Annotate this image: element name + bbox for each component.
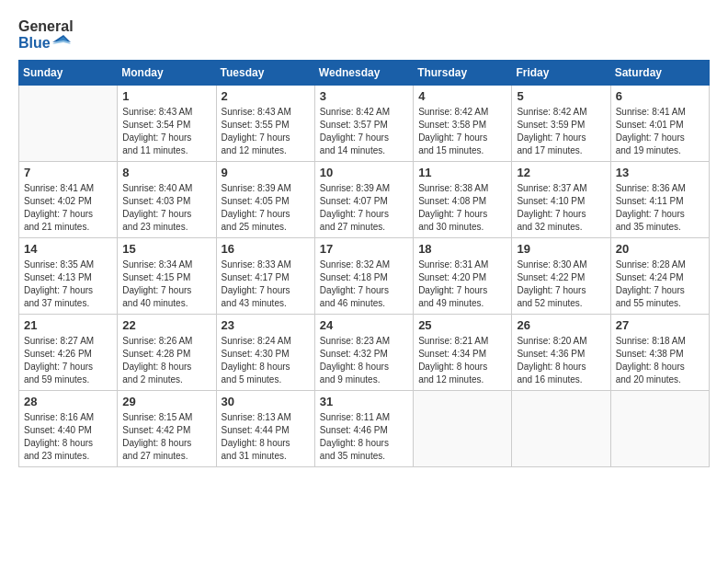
day-detail: Sunrise: 8:24 AMSunset: 4:30 PMDaylight:…	[222, 335, 310, 386]
calendar-cell: 17Sunrise: 8:32 AMSunset: 4:18 PMDayligh…	[314, 238, 413, 315]
calendar-week-row: 7Sunrise: 8:41 AMSunset: 4:02 PMDaylight…	[19, 162, 710, 238]
calendar-week-row: 28Sunrise: 8:16 AMSunset: 4:40 PMDayligh…	[19, 391, 710, 467]
day-detail: Sunrise: 8:15 AMSunset: 4:42 PMDaylight:…	[122, 411, 210, 463]
calendar-cell: 18Sunrise: 8:31 AMSunset: 4:20 PMDayligh…	[414, 238, 512, 315]
day-detail: Sunrise: 8:35 AMSunset: 4:13 PMDaylight:…	[24, 259, 112, 310]
calendar-cell: 4Sunrise: 8:42 AMSunset: 3:58 PMDaylight…	[414, 86, 512, 162]
day-number: 19	[517, 242, 605, 256]
day-of-week-header: Saturday	[610, 61, 709, 86]
calendar-cell	[414, 391, 512, 467]
calendar-week-row: 1Sunrise: 8:43 AMSunset: 3:54 PMDaylight…	[19, 86, 710, 162]
day-number: 27	[616, 318, 704, 332]
calendar-cell: 16Sunrise: 8:33 AMSunset: 4:17 PMDayligh…	[216, 238, 314, 315]
day-detail: Sunrise: 8:13 AMSunset: 4:44 PMDaylight:…	[222, 411, 310, 463]
day-of-week-header: Tuesday	[216, 61, 314, 86]
day-number: 15	[122, 242, 210, 256]
calendar-cell	[610, 391, 709, 467]
day-number: 24	[320, 318, 408, 332]
day-number: 21	[24, 318, 112, 332]
day-detail: Sunrise: 8:16 AMSunset: 4:40 PMDaylight:…	[24, 411, 112, 463]
calendar-cell	[19, 86, 118, 162]
page-header: General Blue	[18, 18, 710, 51]
day-detail: Sunrise: 8:37 AMSunset: 4:10 PMDaylight:…	[517, 182, 605, 234]
day-detail: Sunrise: 8:38 AMSunset: 4:08 PMDaylight:…	[418, 182, 506, 234]
day-of-week-header: Wednesday	[314, 61, 413, 86]
logo-blue: Blue	[18, 35, 74, 52]
day-detail: Sunrise: 8:36 AMSunset: 4:11 PMDaylight:…	[616, 182, 704, 234]
day-detail: Sunrise: 8:42 AMSunset: 3:57 PMDaylight:…	[320, 106, 408, 157]
day-detail: Sunrise: 8:42 AMSunset: 3:58 PMDaylight:…	[418, 106, 506, 157]
calendar-header-row: SundayMondayTuesdayWednesdayThursdayFrid…	[19, 61, 710, 86]
day-number: 23	[222, 318, 310, 332]
logo-general: General	[18, 18, 74, 35]
calendar-cell: 29Sunrise: 8:15 AMSunset: 4:42 PMDayligh…	[118, 391, 216, 467]
calendar-cell: 2Sunrise: 8:43 AMSunset: 3:55 PMDaylight…	[216, 86, 314, 162]
calendar-cell: 19Sunrise: 8:30 AMSunset: 4:22 PMDayligh…	[512, 238, 610, 315]
calendar-cell: 28Sunrise: 8:16 AMSunset: 4:40 PMDayligh…	[19, 391, 118, 467]
calendar-cell: 5Sunrise: 8:42 AMSunset: 3:59 PMDaylight…	[512, 86, 610, 162]
day-detail: Sunrise: 8:42 AMSunset: 3:59 PMDaylight:…	[517, 106, 605, 157]
day-detail: Sunrise: 8:43 AMSunset: 3:54 PMDaylight:…	[122, 106, 210, 157]
day-of-week-header: Friday	[512, 61, 610, 86]
calendar-week-row: 21Sunrise: 8:27 AMSunset: 4:26 PMDayligh…	[19, 315, 710, 391]
day-detail: Sunrise: 8:30 AMSunset: 4:22 PMDaylight:…	[517, 259, 605, 310]
calendar-cell: 6Sunrise: 8:41 AMSunset: 4:01 PMDaylight…	[610, 86, 709, 162]
day-detail: Sunrise: 8:23 AMSunset: 4:32 PMDaylight:…	[320, 335, 408, 386]
day-number: 7	[24, 166, 112, 179]
day-number: 4	[418, 89, 506, 103]
calendar-cell: 27Sunrise: 8:18 AMSunset: 4:38 PMDayligh…	[610, 315, 709, 391]
calendar-week-row: 14Sunrise: 8:35 AMSunset: 4:13 PMDayligh…	[19, 238, 710, 315]
calendar-cell: 15Sunrise: 8:34 AMSunset: 4:15 PMDayligh…	[118, 238, 216, 315]
day-number: 29	[122, 395, 210, 408]
day-number: 17	[320, 242, 408, 256]
day-number: 5	[517, 89, 605, 103]
calendar-cell: 22Sunrise: 8:26 AMSunset: 4:28 PMDayligh…	[118, 315, 216, 391]
calendar-cell: 8Sunrise: 8:40 AMSunset: 4:03 PMDaylight…	[118, 162, 216, 238]
day-detail: Sunrise: 8:20 AMSunset: 4:36 PMDaylight:…	[517, 335, 605, 386]
day-detail: Sunrise: 8:31 AMSunset: 4:20 PMDaylight:…	[418, 259, 506, 310]
calendar-cell: 23Sunrise: 8:24 AMSunset: 4:30 PMDayligh…	[216, 315, 314, 391]
logo: General Blue	[18, 18, 74, 51]
day-number: 13	[616, 166, 704, 179]
day-number: 16	[222, 242, 310, 256]
day-detail: Sunrise: 8:33 AMSunset: 4:17 PMDaylight:…	[222, 259, 310, 310]
day-detail: Sunrise: 8:41 AMSunset: 4:01 PMDaylight:…	[616, 106, 704, 157]
calendar-cell	[512, 391, 610, 467]
day-of-week-header: Monday	[118, 61, 216, 86]
logo-bird-icon	[52, 35, 71, 50]
day-number: 12	[517, 166, 605, 179]
day-number: 22	[122, 318, 210, 332]
day-detail: Sunrise: 8:41 AMSunset: 4:02 PMDaylight:…	[24, 182, 112, 234]
day-number: 9	[222, 166, 310, 179]
calendar-cell: 3Sunrise: 8:42 AMSunset: 3:57 PMDaylight…	[314, 86, 413, 162]
calendar-cell: 1Sunrise: 8:43 AMSunset: 3:54 PMDaylight…	[118, 86, 216, 162]
calendar-cell: 21Sunrise: 8:27 AMSunset: 4:26 PMDayligh…	[19, 315, 118, 391]
day-number: 18	[418, 242, 506, 256]
day-number: 11	[418, 166, 506, 179]
day-detail: Sunrise: 8:28 AMSunset: 4:24 PMDaylight:…	[616, 259, 704, 310]
calendar-cell: 7Sunrise: 8:41 AMSunset: 4:02 PMDaylight…	[19, 162, 118, 238]
day-number: 14	[24, 242, 112, 256]
day-detail: Sunrise: 8:39 AMSunset: 4:07 PMDaylight:…	[320, 182, 408, 234]
day-detail: Sunrise: 8:39 AMSunset: 4:05 PMDaylight:…	[222, 182, 310, 234]
day-number: 25	[418, 318, 506, 332]
day-detail: Sunrise: 8:26 AMSunset: 4:28 PMDaylight:…	[122, 335, 210, 386]
day-number: 20	[616, 242, 704, 256]
calendar-cell: 9Sunrise: 8:39 AMSunset: 4:05 PMDaylight…	[216, 162, 314, 238]
calendar-cell: 14Sunrise: 8:35 AMSunset: 4:13 PMDayligh…	[19, 238, 118, 315]
day-number: 8	[122, 166, 210, 179]
calendar-cell: 24Sunrise: 8:23 AMSunset: 4:32 PMDayligh…	[314, 315, 413, 391]
day-detail: Sunrise: 8:11 AMSunset: 4:46 PMDaylight:…	[320, 411, 408, 463]
day-detail: Sunrise: 8:40 AMSunset: 4:03 PMDaylight:…	[122, 182, 210, 234]
day-of-week-header: Thursday	[414, 61, 512, 86]
calendar-cell: 30Sunrise: 8:13 AMSunset: 4:44 PMDayligh…	[216, 391, 314, 467]
calendar-table: SundayMondayTuesdayWednesdayThursdayFrid…	[18, 60, 710, 467]
day-of-week-header: Sunday	[19, 61, 118, 86]
calendar-cell: 26Sunrise: 8:20 AMSunset: 4:36 PMDayligh…	[512, 315, 610, 391]
calendar-cell: 20Sunrise: 8:28 AMSunset: 4:24 PMDayligh…	[610, 238, 709, 315]
calendar-cell: 11Sunrise: 8:38 AMSunset: 4:08 PMDayligh…	[414, 162, 512, 238]
day-number: 30	[222, 395, 310, 408]
day-number: 6	[616, 89, 704, 103]
day-number: 26	[517, 318, 605, 332]
day-detail: Sunrise: 8:21 AMSunset: 4:34 PMDaylight:…	[418, 335, 506, 386]
